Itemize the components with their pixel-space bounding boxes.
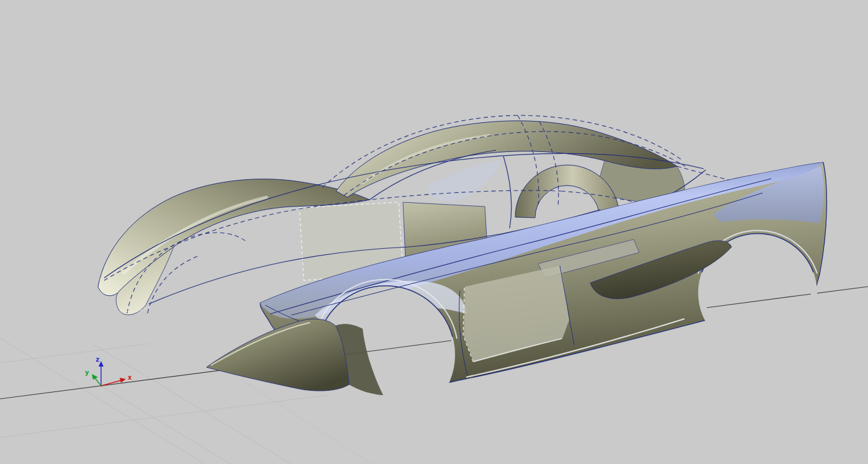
z-axis-label: z	[95, 355, 100, 364]
y-axis-label: y	[85, 368, 89, 377]
viewport-canvas[interactable]: z y x	[0, 0, 868, 464]
x-axis-label: x	[128, 373, 132, 381]
viewport-3d[interactable]: z y x	[0, 0, 868, 464]
